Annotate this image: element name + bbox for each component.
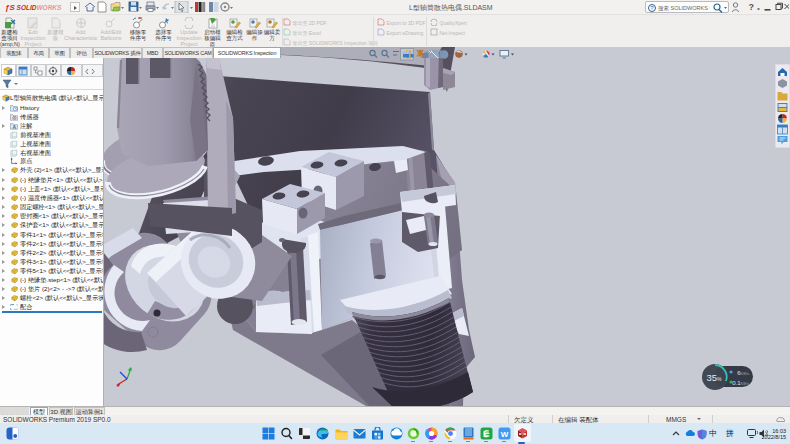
svg-text:W: W [501,430,509,439]
svg-text:6KB/s: 6KB/s [737,370,749,376]
svg-text:A: A [12,124,16,129]
svg-text:0.1KB/s: 0.1KB/s [732,380,749,386]
svg-text:?: ? [749,2,755,12]
